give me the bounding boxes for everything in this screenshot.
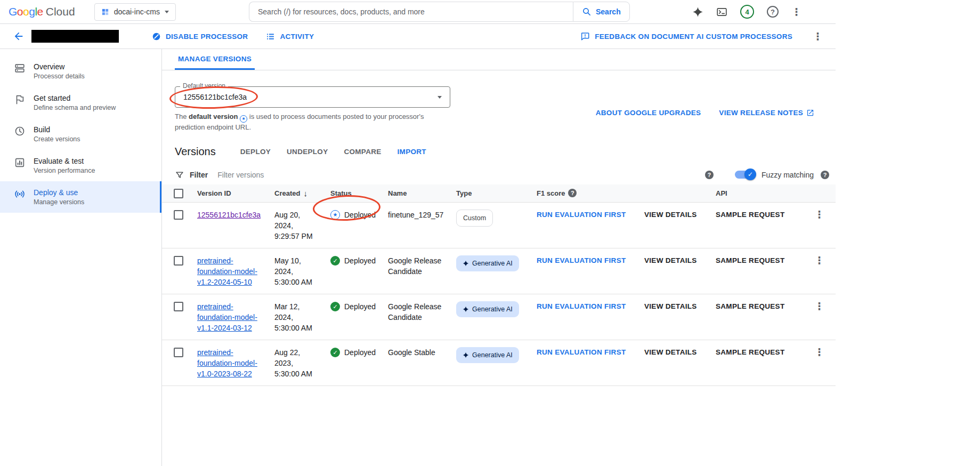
fuzzy-matching-label: Fuzzy matching xyxy=(762,171,814,179)
disable-processor-button[interactable]: DISABLE PROCESSOR xyxy=(152,32,248,41)
sidebar: Overview Processor details Get started D… xyxy=(0,49,162,466)
sidebar-item-deploy-use[interactable]: Deploy & use Manage versions xyxy=(0,181,161,213)
deployed-check-icon: ✓ xyxy=(330,302,340,311)
default-version-label: Default version xyxy=(180,82,228,90)
search-button[interactable]: Search xyxy=(573,2,630,22)
processor-overflow-menu-icon[interactable]: ⋮ xyxy=(813,31,823,42)
table-row: 12556121bc1cfe3a Aug 20, 2024, 9:29:57 P… xyxy=(162,203,836,248)
sample-request-button[interactable]: SAMPLE REQUEST xyxy=(716,347,803,358)
view-details-button[interactable]: VIEW DETAILS xyxy=(644,210,716,220)
chevron-down-icon xyxy=(438,96,442,99)
undeploy-button[interactable]: UNDEPLOY xyxy=(287,148,328,156)
header-name: Name xyxy=(388,189,456,197)
search-input[interactable] xyxy=(249,2,573,22)
default-version-help: The default version ★ is used to process… xyxy=(175,112,426,132)
name-cell: Google Release Candidate xyxy=(388,255,449,277)
about-google-upgrades-link[interactable]: ABOUT GOOGLE UPGRADES xyxy=(596,109,701,117)
run-evaluation-first-link[interactable]: RUN EVALUATION FIRST xyxy=(537,347,644,358)
import-button[interactable]: IMPORT xyxy=(398,148,426,156)
status-cell: ✓ Deployed xyxy=(330,347,388,358)
version-id-link[interactable]: 12556121bc1cfe3a xyxy=(197,210,261,220)
type-chip: Custom xyxy=(456,210,493,227)
sidebar-item-build[interactable]: Build Create versions xyxy=(0,118,161,150)
select-all-checkbox[interactable] xyxy=(174,189,183,198)
fuzzy-help-icon[interactable]: ? xyxy=(821,171,829,179)
default-version-select[interactable]: Default version 12556121bc1cfe3a xyxy=(175,86,450,108)
cloud-shell-icon[interactable] xyxy=(716,6,727,18)
row-overflow-menu-icon[interactable]: ⋮ xyxy=(803,301,836,311)
back-arrow-icon[interactable] xyxy=(13,30,25,42)
evaluate-chart-icon xyxy=(14,157,26,168)
view-details-button[interactable]: VIEW DETAILS xyxy=(644,255,716,266)
global-search: Search xyxy=(249,2,630,22)
sample-request-button[interactable]: SAMPLE REQUEST xyxy=(716,301,803,312)
sort-descending-icon: ↓ xyxy=(303,189,307,198)
table-row: pretrained-foundation-model-v1.0-2023-08… xyxy=(162,340,836,386)
status-cell: ✓ Deployed xyxy=(330,301,388,312)
project-name: docai-inc-cms xyxy=(114,7,160,16)
sidebar-item-overview[interactable]: Overview Processor details xyxy=(0,55,161,87)
row-checkbox[interactable] xyxy=(174,348,183,357)
version-id-link[interactable]: pretrained-foundation-model-v1.0-2023-08… xyxy=(197,347,263,379)
logo-cloud-wordmark: Cloud xyxy=(46,5,75,18)
external-link-icon xyxy=(806,109,814,117)
created-cell: May 10, 2024, 5:30:00 AM xyxy=(274,255,319,287)
genai-spark-icon xyxy=(463,352,469,358)
header-created[interactable]: Created ↓ xyxy=(274,189,330,198)
name-cell: Google Release Candidate xyxy=(388,301,449,323)
sample-request-button[interactable]: SAMPLE REQUEST xyxy=(716,255,803,266)
view-details-button[interactable]: VIEW DETAILS xyxy=(644,347,716,358)
processor-actions: DISABLE PROCESSOR ACTIVITY xyxy=(152,32,314,41)
row-checkbox[interactable] xyxy=(174,210,183,220)
google-cloud-logo[interactable]: Google Cloud xyxy=(9,5,75,18)
type-chip: Generative AI xyxy=(456,301,519,317)
compare-button[interactable]: COMPARE xyxy=(344,148,381,156)
feedback-icon xyxy=(580,31,590,41)
name-cell: Google Stable xyxy=(388,347,449,358)
versions-table: Version ID Created ↓ Status Name Type F1… xyxy=(162,184,836,386)
disable-icon xyxy=(152,32,161,41)
sidebar-item-subtitle: Manage versions xyxy=(34,198,84,207)
gemini-spark-icon[interactable] xyxy=(692,6,703,18)
row-checkbox[interactable] xyxy=(174,302,183,311)
view-release-notes-link[interactable]: VIEW RELEASE NOTES xyxy=(719,109,814,117)
row-checkbox[interactable] xyxy=(174,256,183,266)
run-evaluation-first-link[interactable]: RUN EVALUATION FIRST xyxy=(537,255,644,266)
deploy-button[interactable]: DEPLOY xyxy=(240,148,271,156)
row-overflow-menu-icon[interactable]: ⋮ xyxy=(803,255,836,266)
genai-spark-icon xyxy=(463,306,469,312)
filter-help-icon[interactable]: ? xyxy=(705,171,714,179)
version-id-link[interactable]: pretrained-foundation-model-v1.1-2024-03… xyxy=(197,301,263,333)
row-overflow-menu-icon[interactable]: ⋮ xyxy=(803,347,836,357)
activity-button[interactable]: ACTIVITY xyxy=(266,32,314,41)
main-content: MANAGE VERSIONS Default version 12556121… xyxy=(162,49,836,466)
help-icon[interactable]: ? xyxy=(767,6,779,18)
topbar-overflow-menu-icon[interactable]: ⋮ xyxy=(791,7,801,17)
sidebar-item-get-started[interactable]: Get started Define schema and preview xyxy=(0,87,161,118)
feedback-button[interactable]: FEEDBACK ON DOCUMENT AI CUSTOM PROCESSOR… xyxy=(580,31,792,41)
header-f1-score: F1 score ? xyxy=(537,189,644,197)
header-status: Status xyxy=(330,189,388,197)
fuzzy-matching-toggle[interactable]: ✓ xyxy=(735,171,755,179)
table-header-row: Version ID Created ↓ Status Name Type F1… xyxy=(162,184,836,203)
sidebar-item-title: Build xyxy=(34,124,80,135)
deployed-check-icon: ✓ xyxy=(330,256,340,266)
version-id-link[interactable]: pretrained-foundation-model-v1.2-2024-05… xyxy=(197,255,263,287)
notifications-badge[interactable]: 4 xyxy=(740,5,754,19)
filter-versions-input[interactable] xyxy=(217,171,705,179)
created-cell: Mar 12, 2024, 5:30:00 AM xyxy=(274,301,319,333)
sample-request-button[interactable]: SAMPLE REQUEST xyxy=(716,210,803,220)
name-cell: finetune_129_57 xyxy=(388,210,449,220)
build-icon xyxy=(14,125,26,137)
project-selector[interactable]: docai-inc-cms xyxy=(94,3,176,21)
row-overflow-menu-icon[interactable]: ⋮ xyxy=(803,210,836,220)
run-evaluation-first-link[interactable]: RUN EVALUATION FIRST xyxy=(537,210,644,220)
view-details-button[interactable]: VIEW DETAILS xyxy=(644,301,716,312)
tab-manage-versions[interactable]: MANAGE VERSIONS xyxy=(175,49,255,70)
page-layout: Overview Processor details Get started D… xyxy=(0,49,836,466)
sidebar-item-evaluate-test[interactable]: Evaluate & test Version performance xyxy=(0,150,161,181)
run-evaluation-first-link[interactable]: RUN EVALUATION FIRST xyxy=(537,301,644,312)
f1-help-icon[interactable]: ? xyxy=(568,189,577,197)
sidebar-item-title: Deploy & use xyxy=(34,187,84,198)
activity-list-icon xyxy=(266,32,275,41)
